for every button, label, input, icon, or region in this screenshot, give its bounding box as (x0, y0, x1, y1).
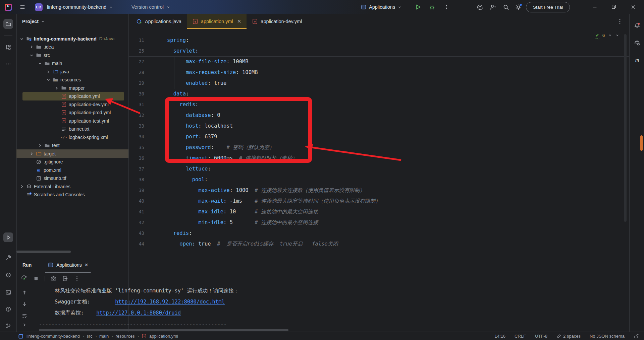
code-line-29[interactable]: 29 enabled: true (128, 78, 629, 88)
run-tab-applications[interactable]: Applications ✕ (44, 257, 92, 273)
console-link[interactable]: http://192.168.92.122:8080/doc.html (115, 299, 225, 305)
tree-item-application-yml[interactable]: Yapplication.yml (16, 92, 128, 100)
editor-tab-application-dev-yml[interactable]: Yapplication-dev.yml (247, 14, 307, 29)
tool-strip-build-hammer[interactable] (3, 253, 13, 262)
debug-button[interactable] (429, 0, 435, 14)
tool-strip-git-branch[interactable] (3, 321, 13, 331)
close-icon[interactable]: ✕ (237, 18, 241, 24)
status-widget-no-json-schema[interactable]: No JSON schema (590, 334, 625, 339)
tree-item-test[interactable]: test (16, 141, 128, 150)
tool-strip-more-horizontal[interactable] (3, 59, 13, 69)
run-button[interactable] (415, 0, 421, 14)
horizontal-scrollbar[interactable] (16, 251, 71, 253)
breadcrumb-item[interactable]: src (87, 334, 92, 339)
code-line-41[interactable]: 41 max-idle: 10 # 连接池中的最大空闲连接 (128, 206, 629, 217)
inspections-widget[interactable]: ✔ 6 (595, 32, 620, 38)
tool-strip-run[interactable] (3, 232, 13, 242)
status-widget-2-spaces[interactable]: 2 spaces (556, 334, 581, 339)
code-line-28[interactable]: 28 max-request-size: 100MB (128, 67, 629, 78)
exit-door-icon[interactable] (62, 275, 68, 282)
code-line-39[interactable]: 39 max-active: 1000 # 连接池最大连接数（使用负值表示没有限… (128, 185, 629, 196)
tree-item-application-test-yml[interactable]: Yapplication-test.yml (16, 117, 128, 125)
ai-chat-icon[interactable] (634, 40, 641, 47)
code-line-37[interactable]: 37 lettuce: (128, 163, 629, 174)
status-widget-lock[interactable] (634, 334, 639, 339)
screenshot-icon[interactable] (50, 275, 57, 282)
chevron-right-icon[interactable] (46, 69, 51, 74)
chevron-down-icon[interactable] (46, 77, 51, 82)
tree-item-external-libraries[interactable]: External Libraries (16, 182, 128, 191)
trial-button[interactable]: Start Free Trial (526, 0, 570, 14)
vertical-scrollbar[interactable] (624, 34, 627, 222)
breadcrumb-item[interactable]: resources (116, 334, 135, 339)
status-widget-14-16[interactable]: 14:16 (495, 334, 506, 339)
tree-item-mapper[interactable]: mapper (16, 84, 128, 92)
code-line-43[interactable]: 43 redis: (128, 228, 629, 239)
version-control-menu[interactable]: Version control (131, 0, 171, 14)
breadcrumb-item[interactable]: linfeng-community-backend (26, 334, 80, 339)
soft-wrap-icon[interactable] (21, 313, 28, 319)
code-line-27[interactable]: 27 max-file-size: 100MB (128, 56, 629, 67)
status-widget-crlf[interactable]: CRLF (515, 334, 526, 339)
notifications-bell-icon[interactable] (634, 22, 641, 29)
minimize-button[interactable] (587, 0, 603, 14)
tree-item-src[interactable]: src (16, 51, 128, 59)
more-vertical-icon[interactable] (443, 0, 449, 14)
tree-item-simsunb-ttf[interactable]: ?simsunb.ttf (16, 174, 128, 183)
scroll-up-icon[interactable] (21, 289, 28, 295)
chevron-right-icon[interactable] (37, 143, 43, 148)
breadcrumb-item[interactable]: application.yml (149, 334, 178, 339)
code-line-40[interactable]: 40 max-wait: -1ms # 连接池最大阻塞等待时间（使用负值表示没有… (128, 196, 629, 206)
tree-item-logback-spring-xml[interactable]: </>logback-spring.xml (16, 133, 128, 141)
expand-chevron-icon[interactable] (21, 322, 28, 328)
tree-item-scratches-and-consoles[interactable]: Scratches and Consoles (16, 191, 128, 199)
chevron-down-icon[interactable] (615, 32, 620, 38)
chevron-down-icon[interactable] (37, 61, 43, 66)
chevron-right-icon[interactable] (54, 85, 59, 91)
chevron-right-icon[interactable] (29, 151, 34, 156)
status-widget-utf-8[interactable]: UTF-8 (535, 334, 547, 339)
more-vertical-icon[interactable] (616, 18, 623, 25)
tool-strip-structure[interactable] (3, 42, 13, 52)
restore-button[interactable] (606, 0, 622, 14)
tree-item-target[interactable]: target (16, 149, 128, 158)
code-line-38[interactable]: 38 pool: (128, 174, 629, 185)
maven-m-icon[interactable]: m (634, 56, 641, 63)
chevron-right-icon[interactable] (19, 184, 24, 189)
code-line-25[interactable]: 25 servlet: (128, 46, 629, 56)
tree-item-application-prod-yml[interactable]: Yapplication-prod.yml (16, 109, 128, 117)
tree-item-application-dev-yml[interactable]: Yapplication-dev.yml (16, 100, 128, 109)
chevron-down-icon[interactable] (19, 36, 24, 42)
stop-icon[interactable] (33, 275, 39, 282)
breadcrumb-item[interactable]: main (99, 334, 109, 339)
code-line-44[interactable]: 44 open: true # 是否开启redis缓存 true开启 false… (128, 239, 629, 248)
add-user-icon[interactable] (489, 0, 496, 14)
close-icon[interactable]: ✕ (85, 262, 89, 268)
tree-item-resources[interactable]: resources (16, 76, 128, 84)
chevron-right-icon[interactable] (29, 44, 34, 50)
run-config-selector[interactable]: Applications (361, 0, 402, 14)
hamburger-menu-icon[interactable] (19, 0, 25, 14)
tree-item--gitignore[interactable]: .gitignore (16, 158, 128, 166)
tree-item-main[interactable]: main (16, 59, 128, 68)
close-button[interactable] (625, 0, 641, 14)
console-link[interactable]: http://127.0.0.1:8080/druid (96, 310, 181, 316)
project-badge[interactable]: LB (35, 0, 43, 14)
settings-gear-icon[interactable] (515, 0, 522, 14)
more-vertical-icon[interactable] (74, 275, 80, 282)
tree-item-java[interactable]: java (16, 67, 128, 76)
tree-item--idea[interactable]: .idea (16, 43, 128, 51)
tool-strip-terminal[interactable] (3, 287, 13, 297)
idea-logo-icon[interactable] (5, 0, 12, 14)
project-switcher[interactable]: linfeng-community-backend (47, 0, 113, 14)
tool-strip-problems[interactable] (3, 304, 13, 314)
chevron-down-icon[interactable] (29, 53, 34, 58)
search-icon[interactable] (502, 0, 509, 14)
code-line-11[interactable]: 11spring: (128, 35, 629, 46)
ai-assistant-icon[interactable] (476, 0, 483, 14)
tool-strip-project-folder[interactable] (3, 19, 13, 29)
tree-item-linfeng-community-backend[interactable]: linfeng-community-backendD:\Java (16, 35, 128, 43)
editor-tab-application-yml[interactable]: Yapplication.yml✕ (187, 14, 247, 29)
project-panel-header[interactable]: Project (22, 14, 45, 29)
code-line-42[interactable]: 42 min-idle: 5 # 连接池中的最小空闲连接 (128, 217, 629, 228)
